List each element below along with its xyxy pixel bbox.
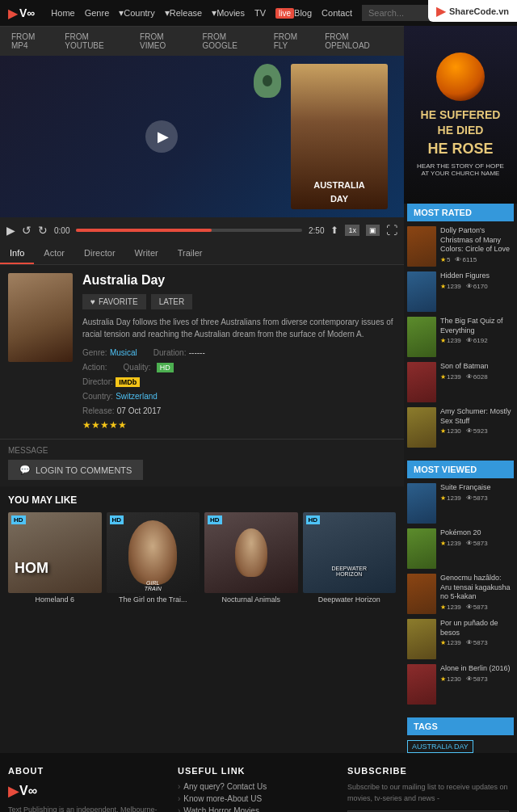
deepwater-text: DEEPWATERHORIZON bbox=[306, 566, 393, 577]
imdb-badge[interactable]: IMDb bbox=[116, 377, 140, 387]
tv-live-badge: live bbox=[275, 8, 294, 19]
watch-later-button[interactable]: LATER bbox=[151, 294, 193, 309]
login-comments-button[interactable]: 💬 LOGIN TO COMMENTS bbox=[8, 460, 143, 480]
footer-link-horror[interactable]: Watch Horror Movies bbox=[178, 806, 339, 812]
most-rated-item-3[interactable]: The Big Fat Quiz of Everything ★1239 👁61… bbox=[407, 317, 514, 357]
most-viewed-title-2: Pokémon 20 bbox=[440, 528, 514, 538]
nav-contact[interactable]: Contact bbox=[322, 8, 352, 18]
comment-icon: 💬 bbox=[19, 465, 31, 475]
tags-section: TAGS AUSTRALIA DAY bbox=[404, 717, 517, 753]
tab-trailer[interactable]: Trailer bbox=[168, 243, 212, 264]
main-nav: Home Genre ▾ Country ▾ Release ▾ Movies … bbox=[51, 7, 362, 19]
you-may-like-section: YOU MAY LIKE HD HOM Homeland 6 HD bbox=[0, 486, 404, 612]
most-viewed-item-5[interactable]: Alone in Berlin (2016) ★1230 👁5873 bbox=[407, 664, 514, 705]
movie-info-tabs: Info Actor Director Writer Trailer bbox=[0, 243, 404, 265]
release-label: Release: bbox=[82, 406, 114, 415]
card-title-1: Homeland 6 bbox=[8, 595, 102, 604]
source-tab-mp4[interactable]: FROM MP4 bbox=[6, 30, 57, 53]
total-time: 2:50 bbox=[309, 226, 324, 235]
most-viewed-title-5: Alone in Berlin (2016) bbox=[440, 664, 514, 674]
you-may-like-title: YOU MAY LIKE bbox=[8, 494, 396, 506]
favorite-button[interactable]: ♥ FAVORITE bbox=[82, 294, 146, 309]
nav-genre[interactable]: Genre bbox=[85, 8, 110, 18]
screen-mode-button[interactable]: ▣ bbox=[366, 225, 380, 236]
recommended-movie-1[interactable]: HD HOM Homeland 6 bbox=[8, 512, 102, 604]
most-rated-item-5[interactable]: Amy Schumer: Mostly Sex Stuff ★1230 👁592… bbox=[407, 407, 514, 448]
footer-subscribe-heading: SUBSCRIBE bbox=[347, 766, 509, 776]
source-tab-fly[interactable]: FROM FLY bbox=[269, 30, 317, 53]
most-rated-thumb-3 bbox=[407, 317, 436, 357]
quality-badge: HD bbox=[157, 363, 174, 372]
site-logo[interactable]: ▶ V∞ bbox=[8, 6, 35, 21]
most-viewed-item-3[interactable]: Genocmu hazâldo: Aru tensai kagakusha no… bbox=[407, 574, 514, 614]
nav-country[interactable]: Country bbox=[124, 8, 155, 18]
most-rated-thumb-1 bbox=[407, 226, 436, 267]
nav-tv[interactable]: TV bbox=[254, 8, 266, 18]
director-label: Director: bbox=[82, 377, 113, 386]
star-rating[interactable]: ★★★★★ bbox=[82, 419, 396, 431]
tags-header: TAGS bbox=[407, 717, 514, 735]
card-badge-1: HD bbox=[11, 515, 26, 524]
nav-home[interactable]: Home bbox=[51, 8, 74, 18]
most-viewed-header: MOST VIEWED bbox=[407, 461, 514, 478]
source-tab-vimeo[interactable]: FROM VIMEO bbox=[135, 30, 195, 53]
card-text-1: HOM bbox=[15, 560, 48, 577]
most-viewed-item-1[interactable]: Suite Française ★1239 👁5873 bbox=[407, 483, 514, 524]
recommended-movie-4[interactable]: HD DEEPWATERHORIZON Deepwater Horizon bbox=[303, 512, 397, 604]
footer-subscribe: SUBSCRIBE Subscribe to our mailing list … bbox=[347, 766, 509, 812]
tab-director[interactable]: Director bbox=[74, 243, 125, 264]
movie-details: Australia Day ♥ FAVORITE LATER Australia… bbox=[0, 265, 404, 439]
most-viewed-section: MOST VIEWED Suite Française ★1239 👁5873 bbox=[404, 461, 517, 717]
card-title-3: Nocturnal Animals bbox=[204, 595, 298, 604]
tab-writer[interactable]: Writer bbox=[125, 243, 168, 264]
source-tab-youtube[interactable]: FROM YOUTUBE bbox=[60, 30, 132, 53]
nav-blog[interactable]: Blog bbox=[294, 8, 312, 18]
footer-logo[interactable]: ▶ V∞ bbox=[8, 782, 170, 800]
share-icon[interactable]: ⬆ bbox=[330, 225, 338, 236]
footer-logo-play-icon: ▶ bbox=[8, 782, 19, 800]
nav-movies[interactable]: Movies bbox=[216, 8, 245, 18]
avocado-decoration bbox=[254, 64, 281, 98]
tag-australia-day[interactable]: AUSTRALIA DAY bbox=[407, 740, 473, 753]
duration-value: ------ bbox=[189, 348, 205, 357]
most-viewed-item-2[interactable]: Pokémon 20 ★1239 👁5873 bbox=[407, 528, 514, 569]
quality-meta-label: Quality: bbox=[124, 363, 151, 372]
duration-label: Duration: bbox=[153, 348, 187, 357]
country-value[interactable]: Switzerland bbox=[116, 392, 158, 401]
most-rated-item-1[interactable]: Dolly Parton's Christmas of Many Colors:… bbox=[407, 226, 514, 267]
source-tab-google[interactable]: FROM GOOGLE bbox=[198, 30, 266, 53]
progress-bar[interactable] bbox=[76, 229, 302, 232]
card-title-4: Deepwater Horizon bbox=[303, 595, 397, 604]
footer-about-heading: ABOUT bbox=[8, 766, 170, 776]
forward-button[interactable]: ↻ bbox=[38, 224, 48, 237]
most-rated-item-2[interactable]: Hidden Figures ★1239 👁6170 bbox=[407, 271, 514, 312]
rewind-button[interactable]: ↺ bbox=[22, 224, 32, 237]
message-label: MESSAGE bbox=[8, 446, 396, 455]
most-rated-header: MOST RATED bbox=[407, 204, 514, 221]
tab-info[interactable]: Info bbox=[0, 243, 34, 264]
footer-link-about[interactable]: Know more-About US bbox=[178, 794, 339, 803]
play-button[interactable]: ▶ bbox=[145, 120, 178, 153]
fullscreen-button[interactable]: ⛶ bbox=[386, 224, 397, 237]
source-tab-openload[interactable]: FROM OPENLOAD bbox=[320, 30, 397, 53]
current-time: 0:00 bbox=[54, 226, 69, 235]
most-rated-title-1: Dolly Parton's Christmas of Many Colors:… bbox=[440, 226, 514, 255]
action-label: Action: bbox=[82, 363, 107, 372]
most-viewed-title-1: Suite Française bbox=[440, 483, 514, 493]
quality-button[interactable]: 1x bbox=[345, 225, 359, 236]
footer-link-contact[interactable]: Any query? Contact Us bbox=[178, 782, 339, 791]
nav-release[interactable]: Release bbox=[170, 8, 202, 18]
card-badge-4: HD bbox=[306, 515, 321, 524]
most-viewed-thumb-3 bbox=[407, 574, 436, 614]
play-pause-button[interactable]: ▶ bbox=[6, 224, 15, 237]
most-rated-title-2: Hidden Figures bbox=[440, 271, 514, 281]
recommended-movie-3[interactable]: HD Nocturnal Animals bbox=[204, 512, 298, 604]
most-rated-item-4[interactable]: Son of Batman ★1239 👁6028 bbox=[407, 362, 514, 402]
most-viewed-item-4[interactable]: Por un puñado de besos ★1239 👁5873 bbox=[407, 619, 514, 659]
girl-train-image bbox=[128, 520, 177, 585]
tab-actor[interactable]: Actor bbox=[34, 243, 74, 264]
recommended-movie-2[interactable]: HD GIRLTRAIN The Girl on the Trai... bbox=[107, 512, 200, 604]
video-movie-poster: AUSTRALIA DAY bbox=[291, 64, 388, 209]
most-viewed-thumb-5 bbox=[407, 664, 436, 705]
genre-value[interactable]: Musical bbox=[110, 348, 137, 357]
